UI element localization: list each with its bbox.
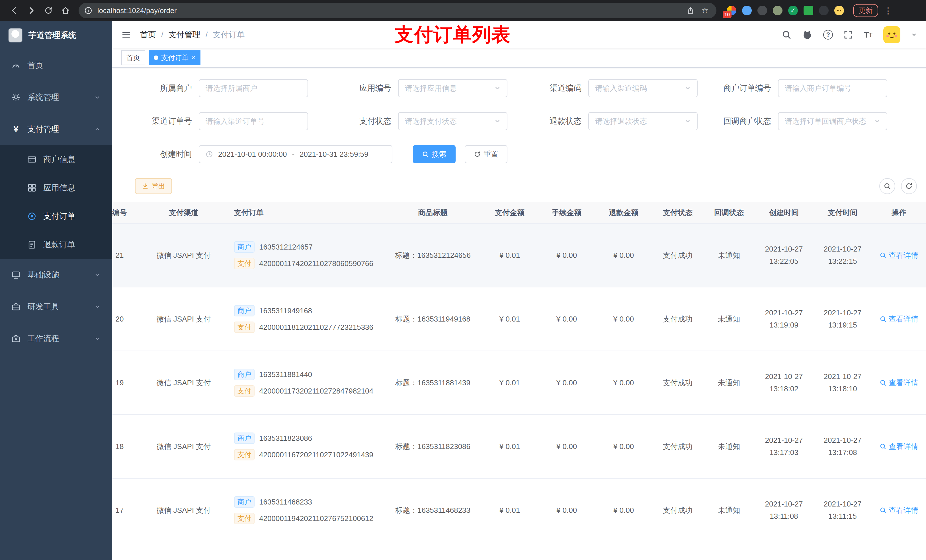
cell-action: 查看详情 (872, 442, 926, 451)
extension-icon[interactable]: 10 (727, 6, 736, 15)
header-actions: ? TT (782, 26, 917, 43)
sidebar-item-label: 首页 (27, 60, 43, 71)
browser-menu-icon[interactable]: ⋮ (884, 6, 893, 16)
font-size-icon[interactable]: TT (864, 30, 873, 39)
browser-refresh-icon[interactable] (40, 2, 57, 19)
export-button[interactable]: 导出 (135, 178, 172, 194)
merchant-order-no-input[interactable] (778, 79, 887, 97)
table-row: 17 微信 JSAPI 支付 商户1635311468233 支付4200001… (112, 478, 926, 542)
sidebar-item-app-info[interactable]: 应用信息 (0, 174, 112, 202)
sidebar-item-home[interactable]: 首页 (0, 50, 112, 82)
breadcrumb-home[interactable]: 首页 (140, 29, 156, 40)
merchant-order-no: 1635312124657 (259, 243, 313, 252)
logo-image (8, 28, 23, 43)
sidebar-item-label: 工作流程 (27, 333, 59, 344)
view-detail-link[interactable]: 查看详情 (879, 506, 918, 515)
merchant-input[interactable] (199, 79, 308, 97)
table-row: 18 微信 JSAPI 支付 商户1635311823086 支付4200001… (112, 415, 926, 478)
extension-emoji-icon[interactable] (834, 6, 844, 15)
pay-order-no: 4200001167202110271022491439 (259, 450, 373, 459)
extension-icon[interactable] (819, 6, 829, 15)
sidebar-menu: 首页 系统管理 ¥ 支付管理 商户信息 (0, 50, 112, 355)
app-title: 芋道管理系统 (29, 30, 76, 41)
hamburger-icon[interactable] (121, 30, 131, 39)
search-button[interactable]: 搜索 (413, 145, 455, 163)
extension-check-icon[interactable]: ✓ (788, 6, 798, 15)
column-header: 支付时间 (813, 208, 872, 218)
github-icon[interactable] (802, 30, 813, 40)
card-icon (27, 155, 36, 164)
chevron-down-icon (94, 272, 101, 278)
pay-tag: 支付 (234, 258, 254, 269)
merchant-tag: 商户 (234, 241, 254, 253)
sidebar-item-merchant-info[interactable]: 商户信息 (0, 145, 112, 174)
date-start: 2021-10-01 00:00:00 (218, 150, 287, 159)
tab-label: 首页 (126, 53, 140, 62)
help-icon[interactable]: ? (823, 30, 833, 39)
channel-code-label: 渠道编码 (507, 83, 588, 94)
browser-home-icon[interactable] (57, 2, 74, 19)
sidebar-item-refund-order[interactable]: 退款订单 (0, 231, 112, 259)
extension-icon[interactable] (803, 6, 813, 15)
chevron-down-icon (94, 303, 101, 310)
column-header: 手续金额 (538, 208, 595, 218)
sidebar-item-devtools[interactable]: 研发工具 (0, 291, 112, 323)
view-detail-link[interactable]: 查看详情 (879, 314, 918, 324)
site-info-icon[interactable] (84, 6, 92, 15)
user-avatar[interactable] (883, 26, 900, 43)
extensions-bar: 10 ✓ (727, 6, 844, 15)
browser-update-button[interactable]: 更新 (853, 4, 878, 17)
channel-code-select[interactable]: 请输入渠道编码 (588, 79, 698, 97)
refresh-table-button[interactable] (901, 178, 917, 194)
show-search-button[interactable] (879, 178, 895, 194)
cell-status: 支付成功 (652, 378, 703, 388)
cell-fee: ¥ 0.00 (538, 251, 595, 260)
bookmark-star-icon[interactable]: ☆ (701, 6, 708, 15)
extension-icon[interactable] (773, 6, 782, 15)
view-detail-link[interactable]: 查看详情 (879, 251, 918, 260)
refund-status-label: 退款状态 (507, 116, 588, 127)
channel-order-no-input[interactable] (199, 112, 308, 130)
cell-refund: ¥ 0.00 (595, 506, 652, 515)
share-icon[interactable] (687, 6, 694, 15)
sidebar-item-system[interactable]: 系统管理 (0, 82, 112, 113)
sidebar-item-pay-order[interactable]: 支付订单 (0, 202, 112, 231)
app-no-select[interactable]: 请选择应用信息 (398, 79, 507, 97)
address-bar[interactable]: localhost:1024/pay/order ☆ (79, 3, 716, 18)
search-icon[interactable] (782, 30, 791, 39)
fullscreen-icon[interactable] (844, 30, 853, 39)
notify-status-select[interactable]: 请选择订单回调商户状态 (778, 112, 887, 130)
extension-icon[interactable] (742, 6, 752, 15)
view-detail-link[interactable]: 查看详情 (879, 442, 918, 451)
tab-pay-order[interactable]: 支付订单 × (149, 50, 200, 65)
tabs-bar: 首页 支付订单 × (112, 48, 926, 68)
close-icon[interactable]: × (191, 54, 195, 61)
reset-button[interactable]: 重置 (465, 145, 507, 163)
create-time-range-input[interactable]: 2021-10-01 00:00:00 - 2021-10-31 23:59:5… (199, 145, 392, 163)
sidebar-item-pay[interactable]: ¥ 支付管理 (0, 113, 112, 145)
cell-order: 商户1635312124657 支付4200001174202110278060… (225, 241, 384, 269)
pay-order-no: 4200001194202110276752100612 (259, 514, 373, 523)
sidebar-item-workflow[interactable]: 工作流程 (0, 323, 112, 355)
sidebar-item-infra[interactable]: 基础设施 (0, 259, 112, 291)
cell-id: 17 (112, 506, 142, 515)
view-detail-link[interactable]: 查看详情 (879, 378, 918, 388)
avatar-caret-icon[interactable] (911, 32, 917, 38)
column-header: 创建时间 (755, 208, 813, 218)
breadcrumb-separator: / (206, 30, 208, 39)
cell-channel: 微信 JSAPI 支付 (142, 314, 225, 324)
cell-amount: ¥ 0.01 (481, 506, 538, 515)
tab-home[interactable]: 首页 (121, 50, 145, 65)
gear-icon (11, 93, 21, 102)
cell-order: 商户1635311468233 支付4200001194202110276752… (225, 496, 384, 524)
browser-back-icon[interactable] (6, 2, 23, 19)
breadcrumb-section[interactable]: 支付管理 (169, 29, 200, 40)
cell-notify: 未通知 (703, 251, 755, 260)
refund-status-select[interactable]: 请选择退款状态 (588, 112, 698, 130)
browser-forward-icon[interactable] (23, 2, 40, 19)
app-logo[interactable]: 芋道管理系统 (0, 21, 112, 50)
date-separator: - (292, 150, 294, 159)
magnifier-icon (879, 507, 887, 514)
pay-status-select[interactable]: 请选择支付状态 (398, 112, 507, 130)
extension-icon[interactable] (757, 6, 767, 15)
